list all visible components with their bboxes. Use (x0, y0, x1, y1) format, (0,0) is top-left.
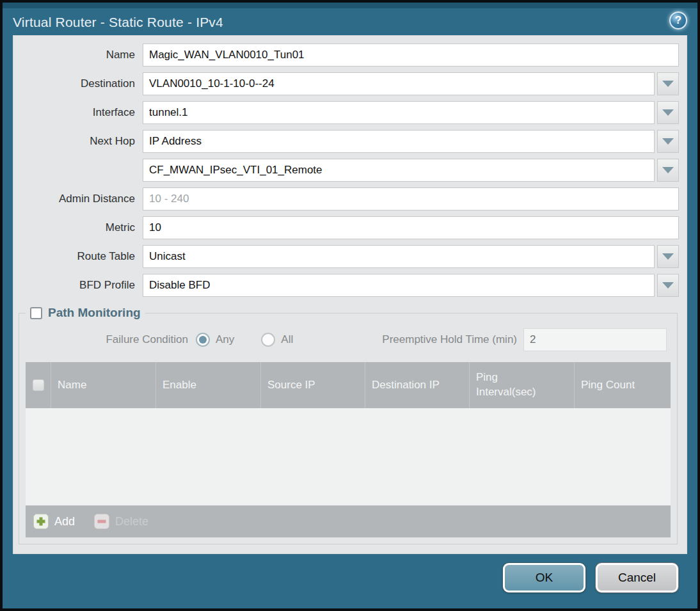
path-monitoring-title: Path Monitoring (48, 306, 141, 320)
column-header-destination-ip[interactable]: Destination IP (365, 362, 470, 408)
path-monitoring-legend: Path Monitoring (26, 306, 145, 320)
bfd-profile-dropdown-button[interactable] (657, 274, 679, 297)
failure-condition-row: Failure Condition Any All Preemptive Hol… (24, 324, 669, 356)
chevron-down-icon (662, 282, 674, 289)
next-hop-address-spacer (17, 159, 143, 182)
chevron-down-icon (662, 109, 674, 116)
failure-condition-any-radio[interactable] (196, 333, 210, 347)
interface-row: Interface (17, 101, 679, 124)
path-monitoring-table: Name Enable Source IP Destination IP Pin… (26, 362, 671, 537)
path-monitoring-section: Path Monitoring Failure Condition Any Al… (19, 306, 678, 544)
route-table-label: Route Table (17, 245, 143, 268)
route-table-row: Route Table (17, 245, 679, 268)
destination-input[interactable] (143, 72, 655, 95)
column-header-name[interactable]: Name (51, 362, 156, 408)
name-input[interactable] (143, 44, 679, 67)
chevron-down-icon (662, 167, 674, 173)
next-hop-address-input[interactable] (143, 159, 655, 182)
minus-icon (94, 514, 109, 529)
table-header: Name Enable Source IP Destination IP Pin… (26, 362, 671, 408)
plus-icon (33, 514, 49, 529)
failure-condition-any-label: Any (216, 333, 234, 346)
route-table-dropdown-button[interactable] (657, 245, 679, 268)
static-route-dialog: Virtual Router - Static Route - IPv4 ? N… (0, 0, 700, 611)
metric-row: Metric (17, 216, 679, 239)
next-hop-dropdown-button[interactable] (657, 130, 679, 153)
admin-distance-input[interactable] (143, 187, 679, 210)
destination-row: Destination (17, 72, 679, 95)
next-hop-type-input[interactable] (143, 130, 655, 153)
next-hop-label: Next Hop (17, 130, 143, 153)
next-hop-address-dropdown-button[interactable] (657, 159, 679, 182)
dialog-title: Virtual Router - Static Route - IPv4 (13, 15, 223, 30)
column-header-source-ip[interactable]: Source IP (261, 362, 365, 408)
route-table-input[interactable] (143, 245, 655, 268)
path-monitoring-checkbox[interactable] (30, 307, 42, 319)
dialog-footer: OK Cancel (3, 554, 697, 611)
select-all-checkbox[interactable] (33, 379, 44, 391)
delete-button[interactable]: Delete (94, 514, 148, 529)
help-icon[interactable]: ? (669, 12, 687, 29)
chevron-down-icon (662, 253, 674, 260)
interface-input[interactable] (143, 101, 655, 124)
admin-distance-row: Admin Distance (17, 187, 679, 210)
select-all-cell (26, 362, 51, 408)
destination-label: Destination (17, 72, 143, 95)
name-row: Name (17, 44, 679, 67)
metric-input[interactable] (143, 216, 679, 239)
column-header-ping-count[interactable]: Ping Count (575, 362, 671, 408)
cancel-button[interactable]: Cancel (596, 563, 678, 592)
ok-button[interactable]: OK (503, 563, 585, 592)
interface-dropdown-button[interactable] (657, 101, 679, 124)
column-header-enable[interactable]: Enable (156, 362, 261, 408)
chevron-down-icon (662, 81, 674, 87)
titlebar: Virtual Router - Static Route - IPv4 ? (3, 3, 697, 35)
add-button-label: Add (54, 515, 75, 528)
next-hop-row: Next Hop (17, 130, 679, 153)
next-hop-address-row (17, 159, 679, 182)
name-label: Name (17, 44, 143, 67)
delete-button-label: Delete (115, 515, 148, 528)
preemptive-hold-time-label: Preemptive Hold Time (min) (382, 333, 523, 346)
interface-label: Interface (17, 101, 143, 124)
destination-dropdown-button[interactable] (657, 72, 679, 95)
failure-condition-label: Failure Condition (24, 333, 196, 346)
bfd-profile-label: BFD Profile (17, 274, 143, 297)
add-button[interactable]: Add (33, 514, 75, 529)
bfd-profile-input[interactable] (143, 274, 655, 297)
failure-condition-all-radio[interactable] (261, 333, 275, 347)
column-header-ping-interval[interactable]: Ping Interval(sec) (470, 362, 575, 408)
table-body-empty (26, 408, 671, 505)
preemptive-hold-time-input[interactable] (523, 328, 667, 351)
dialog-content: Name Destination Interface Next Hop (13, 35, 687, 554)
bfd-profile-row: BFD Profile (17, 274, 679, 297)
table-toolbar: Add Delete (26, 505, 671, 537)
chevron-down-icon (662, 138, 674, 145)
metric-label: Metric (17, 216, 143, 239)
admin-distance-label: Admin Distance (17, 187, 143, 210)
failure-condition-all-label: All (281, 333, 293, 346)
